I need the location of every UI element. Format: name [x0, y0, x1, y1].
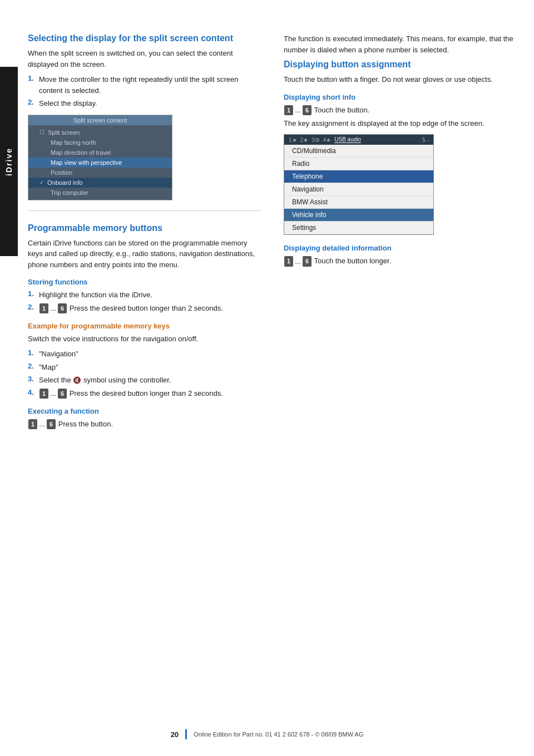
- split-screen-menu-image: Split screen content ☐ Split screen Map …: [28, 115, 172, 200]
- key6-badge-exec: 6: [47, 419, 56, 430]
- displaying-button-intro: Touch the button with a finger. Do not w…: [284, 74, 517, 85]
- menu-item-position: Position: [28, 168, 172, 178]
- executing-text: Press the button.: [58, 420, 113, 428]
- example-step3-content: Select the 🔇 symbol using the controller…: [39, 375, 171, 386]
- executing-heading: Executing a function: [28, 407, 261, 415]
- section-selecting-display: Selecting the display for the split scre…: [28, 33, 261, 200]
- detailed-info-keys: 1 ... 6: [284, 256, 312, 267]
- menu-item-map-direction: Map direction of travel: [28, 148, 172, 158]
- detailed-info-text: Touch the button longer.: [314, 257, 391, 265]
- key6-detail: 6: [303, 256, 312, 267]
- example-step2: 2. "Map": [28, 362, 261, 373]
- storing-step1: 1. Highlight the function via the iDrive…: [28, 289, 261, 301]
- menu-vehicle-info: Vehicle info: [284, 209, 433, 222]
- idrive-menu-image: 1★ 2★ 3⚙ 4★ USB audio 5 - CD/Multimedia …: [284, 134, 434, 235]
- example-step4-content: 1 ... 6 Press the desired button longer …: [39, 388, 223, 399]
- key6-badge: 6: [58, 303, 67, 314]
- detailed-info-line: 1 ... 6 Touch the button longer.: [284, 256, 517, 267]
- storing-heading: Storing functions: [28, 278, 261, 286]
- executing-content: 1 ... 6 Press the button.: [28, 419, 261, 430]
- executing-keys-text: 1 ... 6 Press the button.: [28, 419, 113, 430]
- step2: 2. Select the display.: [28, 98, 261, 109]
- menu-bmw-assist: BMW Assist: [284, 196, 433, 209]
- executing-keys: 1 ... 6: [28, 419, 56, 430]
- menu-settings: Settings: [284, 222, 433, 234]
- page-container: iDrive Selecting the display for the spl…: [0, 0, 534, 756]
- idrive-menu-list: CD/Multimedia Radio Telephone Navigation…: [284, 145, 433, 234]
- menu-item-map-north: Map facing north: [28, 138, 172, 148]
- detailed-info-heading: Displaying detailed information: [284, 244, 517, 252]
- menu-navigation: Navigation: [284, 183, 433, 196]
- storing-step2-content: 1 ... 6 Press the desired button longer …: [39, 303, 223, 314]
- step1: 1. Move the controller to the right repe…: [28, 74, 261, 96]
- split-screen-title: Split screen content: [28, 115, 172, 125]
- short-info-suffix: The key assignment is displayed at the t…: [284, 118, 517, 129]
- menu-cd: CD/Multimedia: [284, 145, 433, 158]
- key6-short: 6: [303, 105, 312, 116]
- section1-heading: Selecting the display for the split scre…: [28, 33, 261, 43]
- section-separator: [28, 210, 261, 211]
- short-info-keys: 1 ... 6: [284, 105, 312, 116]
- key1-badge-ex: 1: [39, 389, 48, 399]
- idrive-top-bar: 1★ 2★ 3⚙ 4★ USB audio 5 -: [284, 135, 433, 145]
- example-step4: 4. 1 ... 6 Press the desired button long…: [28, 388, 261, 399]
- section2-intro: Certain iDrive functions can be stored o…: [28, 238, 261, 271]
- storing-step1-text: Highlight the function via the iDrive.: [39, 289, 152, 301]
- menu-radio: Radio: [284, 158, 433, 170]
- short-info-text: Touch the button.: [314, 106, 369, 114]
- speaker-symbol: 🔇: [73, 376, 81, 384]
- example-step3: 3. Select the 🔇 symbol using the control…: [28, 375, 261, 386]
- short-info-heading: Displaying short info: [284, 93, 517, 101]
- menu-item-map-perspective: Map view with perspective: [28, 158, 172, 168]
- menu-item-trip: Trip computer: [28, 188, 172, 198]
- section2-heading: Programmable memory buttons: [28, 223, 261, 233]
- content-area: Selecting the display for the split scre…: [28, 33, 517, 435]
- menu-telephone: Telephone: [284, 170, 433, 183]
- example-step1-text: "Navigation": [39, 348, 78, 360]
- short-info-content: 1 ... 6 Touch the button.: [284, 105, 369, 116]
- example-step1: 1. "Navigation": [28, 348, 261, 360]
- menu-item-split-screen: ☐ Split screen: [28, 127, 172, 138]
- footer-text: Online Edition for Part no. 01 41 2 602 …: [194, 731, 363, 738]
- split-screen-menu-list: ☐ Split screen Map facing north Map dire…: [28, 125, 172, 200]
- example-step4-keys: 1 ... 6: [39, 388, 67, 399]
- idrive-tabs: 1★ 2★ 3⚙ 4★ USB audio: [289, 136, 361, 143]
- detailed-info-content: 1 ... 6 Touch the button longer.: [284, 256, 391, 267]
- step2-text: Select the display.: [39, 98, 97, 109]
- section-programmable: Programmable memory buttons Certain iDri…: [28, 223, 261, 430]
- example-heading: Example for programmable memory keys: [28, 322, 261, 330]
- page-number: 20: [171, 730, 179, 739]
- storing-step2: 2. 1 ... 6 Press the desired button long…: [28, 303, 261, 314]
- key1-badge-exec: 1: [28, 419, 37, 430]
- key1-short: 1: [284, 105, 293, 116]
- right-column: The function is executed immediately. Th…: [284, 33, 517, 435]
- section1-intro: When the split screen is switched on, yo…: [28, 48, 261, 70]
- right-intro: The function is executed immediately. Th…: [284, 33, 517, 55]
- storing-step2-keys: 1 ... 6: [39, 303, 67, 314]
- side-tab-label: iDrive: [4, 148, 13, 176]
- example-intro: Switch the voice instructions for the na…: [28, 333, 261, 345]
- key1-badge: 1: [39, 303, 48, 314]
- side-tab: iDrive: [0, 67, 18, 256]
- example-step2-text: "Map": [39, 362, 58, 373]
- step1-text: Move the controller to the right repeate…: [39, 74, 261, 96]
- key6-badge-ex: 6: [58, 389, 67, 399]
- footer-divider: [185, 729, 187, 739]
- short-info-keys-line: 1 ... 6 Touch the button.: [284, 105, 517, 116]
- displaying-button-heading: Displaying button assignment: [284, 60, 517, 70]
- left-column: Selecting the display for the split scre…: [28, 33, 261, 435]
- menu-item-onboard: ✓ Onboard info: [28, 178, 172, 188]
- page-footer: 20 Online Edition for Part no. 01 41 2 6…: [0, 729, 534, 739]
- key1-detail: 1: [284, 256, 293, 267]
